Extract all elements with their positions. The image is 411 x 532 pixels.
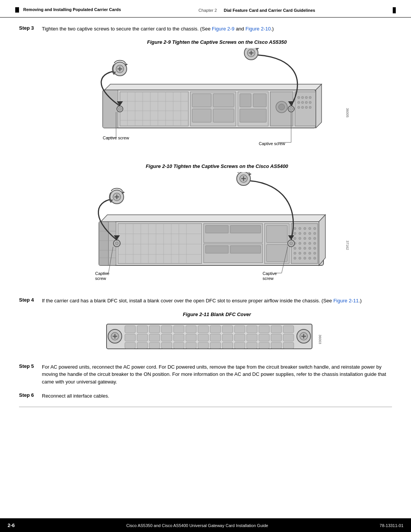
- figure-10-svg: 37162 Captive screw Captive screw: [80, 172, 354, 288]
- svg-text:screw: screw: [263, 276, 274, 281]
- svg-rect-84: [206, 225, 228, 233]
- svg-point-116: [309, 247, 311, 249]
- svg-rect-189: [271, 334, 282, 341]
- svg-rect-87: [206, 246, 228, 253]
- svg-rect-171: [222, 326, 233, 333]
- step-3-text: Tighten the two captive screws to secure…: [42, 25, 392, 33]
- svg-text:Captive: Captive: [263, 271, 277, 276]
- figure-10-image: 37162 Captive screw Captive screw: [80, 172, 354, 289]
- svg-rect-202: [259, 342, 269, 348]
- right-bar-icon: [393, 7, 396, 13]
- svg-rect-184: [210, 334, 221, 341]
- svg-point-42: [290, 107, 293, 110]
- svg-rect-200: [234, 342, 245, 348]
- svg-point-37: [305, 106, 307, 109]
- svg-point-29: [305, 96, 307, 99]
- svg-rect-204: [283, 342, 294, 348]
- figure-2-11-link[interactable]: Figure 2-11: [333, 298, 358, 304]
- step-6-text: Reconnect all interface cables.: [42, 392, 392, 400]
- svg-point-114: [299, 247, 301, 249]
- svg-point-30: [309, 96, 311, 99]
- figure-2-9-link[interactable]: Figure 2-9: [212, 26, 234, 32]
- svg-point-98: [294, 232, 296, 235]
- svg-text:Captive screw: Captive screw: [259, 141, 285, 146]
- svg-rect-21: [253, 94, 266, 107]
- svg-rect-177: [125, 334, 135, 341]
- step-3-row: Step 3 Tighten the two captive screws to…: [19, 25, 392, 33]
- step-6-row: Step 6 Reconnect all interface cables.: [19, 392, 392, 400]
- svg-rect-187: [247, 334, 257, 341]
- svg-point-95: [304, 227, 306, 230]
- svg-rect-164: [137, 326, 148, 333]
- figure-2-10-link[interactable]: Figure 2-10: [245, 26, 271, 32]
- svg-rect-165: [149, 326, 160, 333]
- svg-rect-18: [213, 109, 234, 122]
- svg-point-100: [304, 232, 306, 235]
- svg-point-120: [304, 252, 306, 254]
- svg-point-118: [294, 252, 296, 254]
- step-5-label: Step 5: [19, 363, 42, 369]
- svg-rect-70: [118, 224, 202, 264]
- svg-point-97: [314, 227, 316, 230]
- svg-point-25: [279, 104, 285, 110]
- svg-rect-201: [247, 342, 257, 348]
- step-5-row: Step 5 For AC powered units, reconnect t…: [19, 363, 392, 386]
- svg-rect-175: [271, 326, 282, 333]
- svg-point-38: [309, 106, 311, 109]
- section-bar-icon: [15, 7, 19, 13]
- svg-point-115: [304, 247, 306, 249]
- svg-point-107: [314, 237, 316, 240]
- svg-rect-176: [283, 326, 294, 333]
- svg-point-102: [314, 232, 316, 235]
- svg-rect-192: [137, 342, 148, 348]
- figure-11-svg: 36003: [103, 320, 323, 355]
- figure-9-container: Figure 2-9 Tighten the Captive Screws on…: [42, 39, 392, 156]
- step-5-text: For AC powered units, reconnect the AC p…: [42, 363, 392, 386]
- step-4-label: Step 4: [19, 297, 42, 303]
- main-content: Step 3 Tighten the two captive screws to…: [0, 18, 411, 419]
- svg-rect-174: [259, 326, 269, 333]
- svg-rect-178: [137, 334, 148, 341]
- svg-point-96: [309, 227, 311, 230]
- svg-rect-182: [186, 334, 196, 341]
- section-label: Removing and Installing Populated Carrie…: [15, 7, 121, 13]
- svg-point-35: [298, 106, 300, 109]
- svg-point-40: [118, 107, 121, 110]
- svg-point-32: [301, 101, 304, 104]
- header-chapter-title: Chapter 2 Dial Feature Card and Carrier …: [199, 7, 315, 13]
- svg-rect-17: [213, 94, 234, 107]
- svg-rect-203: [271, 342, 282, 348]
- svg-point-28: [301, 96, 304, 99]
- svg-point-124: [299, 257, 301, 259]
- svg-point-34: [309, 101, 311, 104]
- svg-point-103: [294, 237, 296, 240]
- svg-rect-194: [161, 342, 172, 348]
- figure-11-container: Figure 2-11 Blank DFC Cover: [42, 312, 392, 356]
- svg-rect-197: [198, 342, 209, 348]
- svg-point-110: [304, 242, 306, 244]
- figure-10-caption: Figure 2-10 Tighten the Captive Screws o…: [42, 163, 392, 169]
- svg-rect-188: [259, 334, 269, 341]
- step-3-label: Step 3: [19, 25, 42, 31]
- svg-point-105: [304, 237, 306, 240]
- step-6-label: Step 6: [19, 392, 42, 398]
- svg-point-94: [299, 227, 301, 230]
- svg-point-31: [298, 101, 300, 104]
- svg-text:Captive: Captive: [95, 271, 109, 276]
- svg-rect-15: [192, 94, 211, 107]
- svg-point-122: [314, 252, 316, 254]
- footer-doc-number: 78-13311-01: [380, 523, 403, 528]
- page-footer: 2-6 Cisco AS5350 and Cisco AS5400 Univer…: [0, 518, 411, 532]
- svg-rect-180: [161, 334, 172, 341]
- svg-rect-1: [103, 90, 118, 128]
- svg-point-125: [304, 257, 306, 259]
- svg-point-27: [298, 96, 300, 99]
- svg-point-106: [309, 237, 311, 240]
- section-divider: [19, 407, 392, 407]
- svg-rect-168: [186, 326, 196, 333]
- svg-rect-190: [283, 334, 294, 341]
- footer-page-number: 2-6: [8, 522, 15, 528]
- svg-rect-65: [99, 222, 108, 265]
- svg-rect-88: [230, 246, 261, 253]
- svg-rect-196: [186, 342, 196, 348]
